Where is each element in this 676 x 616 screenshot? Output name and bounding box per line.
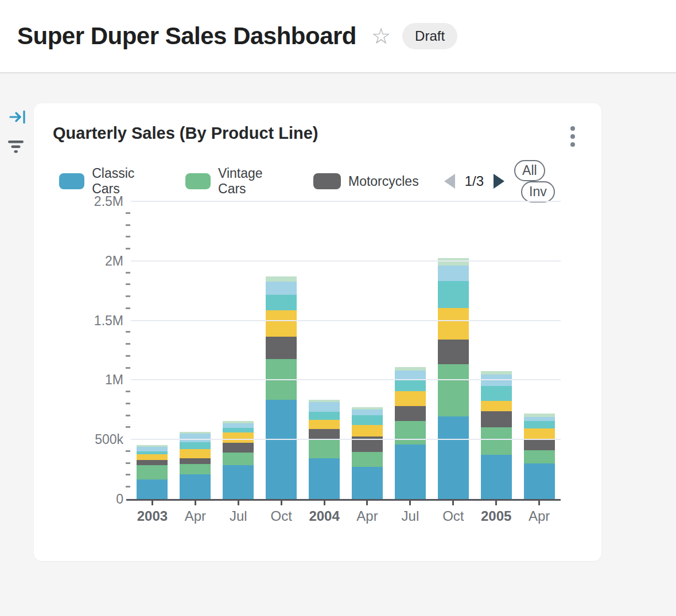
bar-segment[interactable]: [481, 427, 512, 455]
bar-segment[interactable]: [481, 371, 512, 375]
bar-segment[interactable]: [481, 455, 512, 499]
bar-segment[interactable]: [524, 414, 555, 418]
x-tick-label: Apr: [356, 508, 378, 524]
bar-segment[interactable]: [309, 402, 340, 412]
bar-segment[interactable]: [395, 406, 426, 421]
bar-2004-4[interactable]: [309, 400, 340, 500]
bar-segment[interactable]: [524, 450, 555, 463]
legend-prev-icon[interactable]: [444, 174, 455, 189]
y-minor-tick: [126, 295, 130, 297]
bar-segment[interactable]: [223, 432, 254, 443]
legend-item-motorcycles[interactable]: Motorcycles: [313, 173, 419, 189]
bar-segment[interactable]: [438, 364, 469, 416]
bar-segment[interactable]: [481, 411, 512, 427]
x-tick: [195, 501, 196, 505]
bar-segment[interactable]: [481, 386, 512, 401]
bar-jul-2[interactable]: [223, 421, 254, 499]
bar-segment[interactable]: [438, 308, 469, 339]
bar-segment[interactable]: [180, 458, 211, 465]
bar-apr-9[interactable]: [524, 414, 555, 499]
y-tick-label: 1M: [105, 372, 123, 388]
filter-icon[interactable]: [7, 139, 25, 157]
bar-segment[interactable]: [395, 445, 426, 499]
bar-segment[interactable]: [524, 428, 555, 439]
bar-segment[interactable]: [438, 266, 469, 281]
legend-row: Classic Cars Vintage Cars Motorcycles 1/…: [59, 160, 577, 202]
bar-segment[interactable]: [180, 449, 211, 458]
bar-segment[interactable]: [395, 379, 426, 391]
bar-segment[interactable]: [438, 416, 469, 499]
bar-segment[interactable]: [352, 425, 383, 436]
bar-segment[interactable]: [223, 443, 254, 453]
bar-segment[interactable]: [137, 447, 168, 451]
bar-segment[interactable]: [137, 465, 168, 479]
bar-segment[interactable]: [137, 460, 168, 465]
bar-segment[interactable]: [266, 337, 297, 359]
kebab-menu-icon[interactable]: [567, 126, 578, 147]
bar-segment[interactable]: [180, 474, 211, 499]
x-tick: [324, 501, 325, 505]
bar-segment[interactable]: [266, 295, 297, 310]
collapse-panel-icon[interactable]: [9, 110, 27, 127]
legend-item-vintage-cars[interactable]: Vintage Cars: [185, 166, 288, 197]
bar-segment[interactable]: [223, 465, 254, 499]
legend-all-button[interactable]: All: [514, 160, 545, 181]
y-minor-tick: [126, 212, 130, 214]
bar-segment[interactable]: [352, 415, 383, 425]
legend-next-icon[interactable]: [494, 174, 504, 189]
bar-segment[interactable]: [266, 282, 297, 295]
bar-slot: [346, 201, 389, 499]
plot-area: [131, 201, 561, 499]
bar-segment[interactable]: [180, 442, 211, 449]
bar-oct-3[interactable]: [266, 276, 297, 499]
bar-segment[interactable]: [223, 423, 254, 428]
bar-segment[interactable]: [266, 276, 297, 281]
bar-segment[interactable]: [481, 401, 512, 411]
star-icon[interactable]: ☆: [371, 25, 391, 47]
bar-segment[interactable]: [524, 439, 555, 450]
bar-segment[interactable]: [309, 458, 340, 499]
bar-2005-8[interactable]: [481, 371, 512, 499]
bar-segment[interactable]: [266, 310, 297, 337]
bar-segment[interactable]: [438, 258, 469, 266]
bar-segment[interactable]: [223, 453, 254, 465]
legend-inv-button[interactable]: Inv: [521, 181, 555, 202]
bar-segment[interactable]: [395, 371, 426, 379]
bar-segment[interactable]: [438, 340, 469, 364]
x-slot: Jul: [217, 501, 260, 524]
bar-segment[interactable]: [524, 463, 555, 499]
bar-segment[interactable]: [223, 428, 254, 432]
bar-slot: [174, 201, 217, 499]
bar-segment[interactable]: [524, 417, 555, 421]
bar-segment[interactable]: [266, 400, 297, 499]
bar-2003-0[interactable]: [137, 445, 168, 499]
bar-segment[interactable]: [137, 454, 168, 459]
bar-segment[interactable]: [180, 434, 211, 442]
bar-segment[interactable]: [180, 464, 211, 474]
bar-slot: [131, 201, 174, 499]
bar-oct-7[interactable]: [438, 258, 469, 499]
bar-segment[interactable]: [395, 391, 426, 406]
legend-item-classic-cars[interactable]: Classic Cars: [59, 166, 160, 197]
bar-segment[interactable]: [309, 439, 340, 458]
bar-segment[interactable]: [309, 429, 340, 439]
x-slot: 2004: [303, 501, 346, 524]
bar-jul-6[interactable]: [395, 367, 426, 499]
gridline: [131, 379, 561, 380]
legend-pager: 1/3 All Inv: [444, 160, 577, 202]
bar-segment[interactable]: [309, 412, 340, 420]
status-badge: Draft: [402, 23, 457, 49]
bar-segment[interactable]: [309, 420, 340, 429]
bar-segment[interactable]: [524, 421, 555, 428]
y-tick-label: 1.5M: [94, 313, 123, 328]
bar-apr-5[interactable]: [352, 407, 383, 499]
bar-segment[interactable]: [395, 421, 426, 445]
bar-segment[interactable]: [438, 281, 469, 308]
bar-segment[interactable]: [137, 479, 168, 499]
bar-segment[interactable]: [352, 467, 383, 499]
bar-segment[interactable]: [352, 410, 383, 415]
bar-segment[interactable]: [352, 452, 383, 467]
x-tick: [281, 501, 282, 505]
chart-title: Quarterly Sales (By Product Line): [53, 124, 318, 143]
bar-apr-1[interactable]: [180, 432, 211, 499]
